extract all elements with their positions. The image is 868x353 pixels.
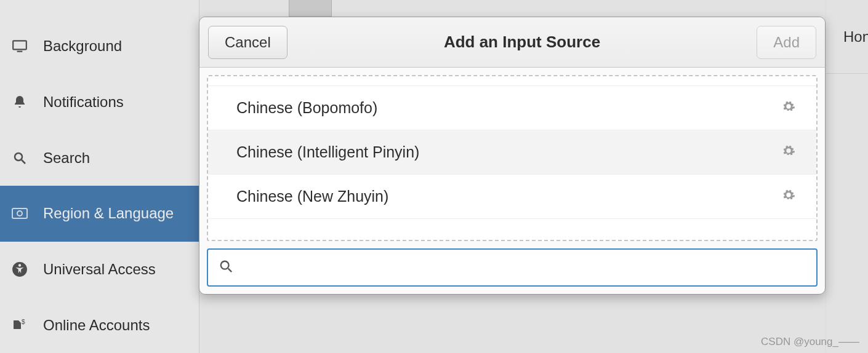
monitor-icon <box>11 38 28 55</box>
svg-point-9 <box>221 261 229 269</box>
svg-point-5 <box>17 211 22 216</box>
region-icon <box>11 205 28 222</box>
input-source-label: Chinese (New Zhuyin) <box>236 188 388 205</box>
input-source-label: Chinese (Intelligent Pinyin) <box>236 143 419 161</box>
cancel-button[interactable]: Cancel <box>208 26 287 59</box>
search-icon <box>219 260 233 276</box>
header-tab-stub <box>289 0 332 17</box>
gear-icon <box>782 188 795 205</box>
right-panel-row <box>826 192 868 251</box>
accounts-icon: $ <box>11 317 28 334</box>
right-panel-row <box>826 74 868 133</box>
input-source-row[interactable]: Chinese (Intelligent Pinyin) <box>208 130 816 175</box>
svg-line-3 <box>22 160 25 164</box>
search-input[interactable] <box>241 259 805 276</box>
sidebar-item-label: Region & Language <box>43 205 174 222</box>
search-icon <box>11 149 28 167</box>
right-panel-header: Hon <box>826 0 868 74</box>
sidebar-item-label: Online Accounts <box>43 317 150 334</box>
svg-point-2 <box>15 153 22 161</box>
settings-sidebar: Background Notifications Search Region &… <box>0 0 199 353</box>
svg-line-10 <box>228 269 232 272</box>
dialog-title: Add an Input Source <box>287 33 757 52</box>
add-button[interactable]: Add <box>757 26 816 59</box>
dialog-body: Chinese Chinese (Bopomofo) Chinese (Inte… <box>199 68 825 294</box>
input-source-row[interactable]: Chinese <box>208 75 816 86</box>
right-panel: Hon <box>826 0 868 353</box>
sidebar-item-universal-access[interactable]: Universal Access <box>0 242 199 298</box>
gear-icon <box>782 99 795 117</box>
input-source-row[interactable]: Chinese (New Zhuyin) <box>208 175 816 219</box>
sidebar-item-region-language[interactable]: Region & Language <box>0 186 199 242</box>
sidebar-item-search[interactable]: Search <box>0 130 199 186</box>
right-panel-row <box>826 133 868 192</box>
watermark-text: CSDN @young_—— <box>761 336 859 348</box>
input-source-label: Chinese (Bopomofo) <box>236 99 377 117</box>
dialog-header: Cancel Add an Input Source Add <box>199 17 825 68</box>
input-source-row[interactable]: Chinese (Bopomofo) <box>208 86 816 130</box>
svg-rect-0 <box>13 41 26 50</box>
sidebar-item-notifications[interactable]: Notifications <box>0 74 199 130</box>
svg-point-7 <box>18 264 21 266</box>
svg-text:$: $ <box>22 319 25 325</box>
svg-rect-4 <box>12 208 27 218</box>
search-field-wrapper[interactable] <box>207 248 818 287</box>
sidebar-item-label: Search <box>43 149 90 167</box>
sidebar-item-background[interactable]: Background <box>0 18 199 74</box>
accessibility-icon <box>11 261 28 278</box>
right-panel-header-text: Hon <box>843 28 868 46</box>
add-input-source-dialog: Cancel Add an Input Source Add Chinese C… <box>199 17 826 295</box>
sidebar-item-label: Universal Access <box>43 261 156 278</box>
input-source-list[interactable]: Chinese Chinese (Bopomofo) Chinese (Inte… <box>207 75 818 241</box>
bell-icon <box>11 93 28 111</box>
gear-icon <box>782 143 795 161</box>
sidebar-item-online-accounts[interactable]: $ Online Accounts <box>0 297 199 353</box>
svg-rect-1 <box>17 51 23 52</box>
sidebar-item-label: Notifications <box>43 93 124 111</box>
sidebar-item-label: Background <box>43 38 122 55</box>
